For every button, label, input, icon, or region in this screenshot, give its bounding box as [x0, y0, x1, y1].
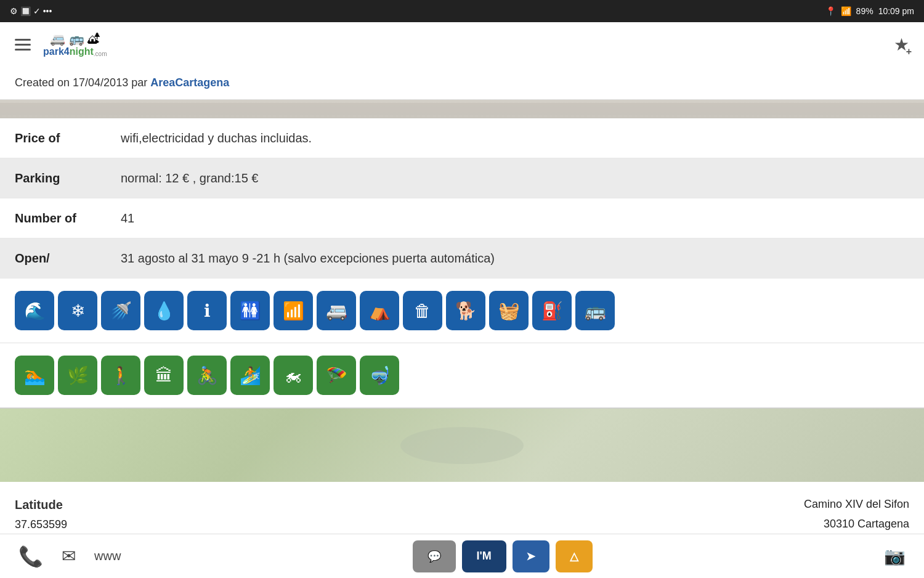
camera-button[interactable]: 📷 [884, 546, 906, 566]
price-value: wifi,electricidad y duchas incluidas. [113, 129, 909, 147]
wifi-amenity-icon[interactable]: 📶 [274, 291, 313, 330]
motorhome-icon[interactable]: 🚌 [575, 291, 615, 330]
www-button[interactable]: www [94, 549, 121, 563]
paraglide-icon[interactable]: 🪂 [317, 356, 356, 395]
chat-button[interactable]: 💬 [413, 540, 456, 572]
share-button[interactable]: △ [556, 540, 593, 572]
activity-icons-section: 🏊 🌿 🚶 🏛 🚴 🏄 🏍 🪂 🤿 [0, 343, 924, 408]
share-icon: △ [570, 550, 578, 563]
tent-icon[interactable]: ⛺ [360, 291, 399, 330]
amenity-icons-section: 🌊 ❄ 🚿 💧 ℹ 🚻 📶 🚐 ⛺ 🗑 🐕 🧺 ⛽ 🚌 [0, 279, 924, 343]
wifi-status-icon: 📶 [841, 6, 851, 16]
hamburger-menu[interactable] [15, 39, 31, 51]
number-row: Number of 41 [0, 198, 924, 238]
battery-level: 89% [856, 6, 873, 16]
parking-label: Parking [15, 169, 113, 187]
map-preview-bar [0, 100, 924, 118]
status-bar-right: 📍 📶 89% 10:09 pm [825, 6, 914, 16]
im-button[interactable]: I'M [462, 540, 506, 572]
gas-icon[interactable]: ⛽ [532, 291, 572, 330]
building-icon[interactable]: 🏛 [144, 356, 184, 395]
number-value: 41 [113, 210, 909, 227]
water-tap-icon[interactable]: 🚿 [101, 291, 140, 330]
open-row: Open/ 31 agosto al 31 mayo 9 -21 h (salv… [0, 238, 924, 279]
latitude-value: 37.653599 [15, 515, 95, 534]
status-bar-left: ⚙ 🔲 ✓ ••• [10, 6, 52, 16]
app-bar: 🚐 🚌 🏕 park4night .com ★+ [0, 22, 924, 67]
hike-icon[interactable]: 🚶 [101, 356, 140, 395]
swim-icon[interactable]: 🏊 [15, 356, 54, 395]
time-display: 10:09 pm [878, 6, 914, 16]
info-icon[interactable]: ℹ [187, 291, 227, 330]
email-button[interactable]: ✉ [62, 546, 76, 566]
snowflake-icon[interactable]: ❄ [58, 291, 97, 330]
price-label: Price of [15, 129, 113, 147]
latitude-label: Latitude [15, 494, 95, 515]
created-line: Created on 17/04/2013 par AreaCartagena [0, 67, 924, 100]
number-label: Number of [15, 210, 113, 227]
author-link[interactable]: AreaCartagena [150, 76, 229, 89]
navigate-button[interactable]: ➤ [513, 540, 549, 572]
open-label: Open/ [15, 250, 113, 267]
status-bar: ⚙ 🔲 ✓ ••• 📍 📶 89% 10:09 pm [0, 0, 924, 22]
navigate-icon: ➤ [526, 550, 535, 563]
logo-com: .com [94, 51, 107, 57]
main-content: Created on 17/04/2013 par AreaCartagena … [0, 67, 924, 578]
water-drop-icon[interactable]: 💧 [144, 291, 184, 330]
im-label: I'M [477, 550, 492, 563]
motocross-icon[interactable]: 🏍 [274, 356, 313, 395]
action-buttons: 💬 I'M ➤ △ [413, 540, 593, 572]
waves-icon[interactable]: 🌊 [15, 291, 54, 330]
chat-icon: 💬 [428, 550, 441, 563]
created-prefix: Created on 17/04/2013 par [15, 76, 150, 89]
bottom-bar: 📞 ✉ www 💬 I'M ➤ △ 📷 [0, 534, 924, 578]
logo-vehicle-icons: 🚐 🚌 🏕 [50, 31, 100, 46]
green-icons-grid: 🏊 🌿 🚶 🏛 🚴 🏄 🏍 🪂 🤿 [15, 356, 909, 395]
open-value: 31 agosto al 31 mayo 9 -21 h (salvo exce… [113, 250, 909, 267]
logo-text: park4night [43, 46, 94, 57]
toilet-icon[interactable]: 🚻 [230, 291, 270, 330]
blue-icons-grid: 🌊 ❄ 🚿 💧 ℹ 🚻 📶 🚐 ⛺ 🗑 🐕 🧺 ⛽ 🚌 [15, 291, 909, 330]
caravan-icon[interactable]: 🚐 [317, 291, 356, 330]
washing-icon[interactable]: 🧺 [489, 291, 529, 330]
app-bar-left: 🚐 🚌 🏕 park4night .com [15, 31, 107, 57]
parking-row: Parking normal: 12 € , grand:15 € [0, 158, 924, 198]
android-icons: ⚙ 🔲 ✓ ••• [10, 6, 52, 16]
info-section: Price of wifi,electricidad y duchas incl… [0, 118, 924, 279]
trash-icon[interactable]: 🗑 [403, 291, 442, 330]
nature-icon[interactable]: 🌿 [58, 356, 97, 395]
logo-area: 🚐 🚌 🏕 park4night .com [43, 31, 107, 57]
map-area[interactable] [0, 408, 924, 482]
dog-icon[interactable]: 🐕 [446, 291, 485, 330]
address-line1: Camino XIV del Sifon [804, 494, 909, 514]
price-row: Price of wifi,electricidad y duchas incl… [0, 118, 924, 158]
bookmark-add-button[interactable]: ★+ [894, 35, 909, 55]
phone-button[interactable]: 📞 [18, 545, 43, 568]
cycle-icon[interactable]: 🚴 [187, 356, 227, 395]
contact-icons: 📞 ✉ www [18, 545, 121, 568]
dive-icon[interactable]: 🤿 [360, 356, 399, 395]
surf-icon[interactable]: 🏄 [230, 356, 270, 395]
parking-value: normal: 12 € , grand:15 € [113, 169, 909, 187]
address-line2: 30310 Cartagena [804, 514, 909, 534]
location-icon: 📍 [825, 6, 836, 16]
